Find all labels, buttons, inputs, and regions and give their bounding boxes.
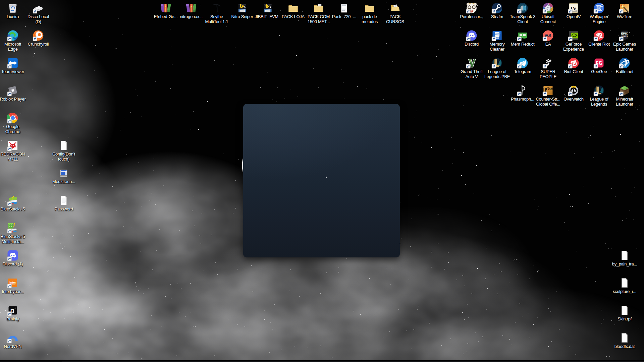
svg-text:EPIC: EPIC xyxy=(621,32,628,35)
svg-text:inter: inter xyxy=(9,281,16,284)
svg-text:GO: GO xyxy=(548,87,553,91)
